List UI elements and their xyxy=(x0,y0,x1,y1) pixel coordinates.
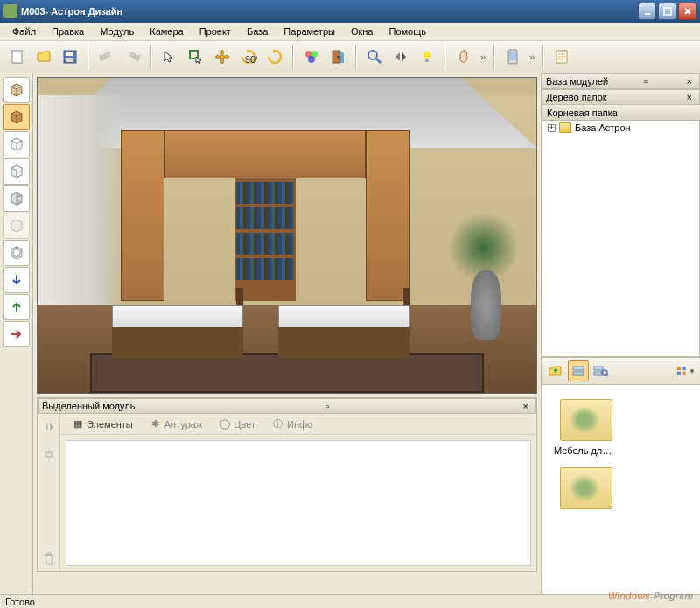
svg-rect-28 xyxy=(573,372,584,375)
svg-rect-1 xyxy=(664,8,671,15)
svg-text:90°: 90° xyxy=(245,54,257,65)
viewport-3d[interactable] xyxy=(37,77,537,394)
grid-icon: ▦ xyxy=(73,419,83,430)
svg-rect-6 xyxy=(66,52,74,56)
minimize-button[interactable] xyxy=(638,3,656,20)
module-tabs: ▦Элементы ✱Антураж ◯Цвет ⓘИнфо xyxy=(60,414,536,435)
tree-view[interactable]: + База Астрон xyxy=(542,121,700,357)
tab-elements[interactable]: ▦Элементы xyxy=(64,416,142,433)
svg-rect-34 xyxy=(682,367,686,370)
rotate-button[interactable] xyxy=(262,45,287,69)
menu-help[interactable]: Помощь xyxy=(382,24,433,38)
select-box-button[interactable] xyxy=(184,45,208,69)
move-button[interactable] xyxy=(210,45,234,69)
svg-rect-20 xyxy=(509,52,516,60)
menu-file[interactable]: Файл xyxy=(5,24,43,38)
view-server-button[interactable] xyxy=(568,360,589,381)
menu-base[interactable]: База xyxy=(240,24,275,38)
light-button[interactable] xyxy=(415,45,439,69)
redo-button[interactable] xyxy=(121,45,145,69)
search-server-button[interactable] xyxy=(591,360,612,381)
svg-line-32 xyxy=(606,374,608,376)
up-folder-button[interactable] xyxy=(545,360,566,381)
thumb-item[interactable]: Мебель для д... xyxy=(552,395,617,457)
tree-expand-icon[interactable]: + xyxy=(548,124,556,132)
svg-point-14 xyxy=(337,56,339,58)
window-title: М003- Астрон Дизайн xyxy=(21,6,638,17)
statusbar: Готово xyxy=(0,594,700,608)
arrow-up-button[interactable] xyxy=(4,294,30,320)
arrow-right-button[interactable] xyxy=(4,321,30,347)
tree-close-icon[interactable]: × xyxy=(683,92,696,102)
left-toolbar xyxy=(0,73,33,594)
module-dock-icon[interactable]: ▫ xyxy=(322,401,332,411)
view-solid-button[interactable] xyxy=(4,104,30,130)
menu-windows[interactable]: Окна xyxy=(344,24,381,38)
save-button[interactable] xyxy=(58,45,82,69)
thumb-item[interactable] xyxy=(552,464,617,514)
module-close-icon[interactable]: × xyxy=(520,401,532,411)
view-hollow-button[interactable] xyxy=(4,240,30,266)
svg-point-17 xyxy=(424,52,430,59)
tree-item[interactable]: + База Астрон xyxy=(542,121,699,135)
trash-icon[interactable] xyxy=(41,550,57,566)
pan-button[interactable] xyxy=(452,45,476,69)
tree-item-label: База Астрон xyxy=(575,122,631,133)
info-icon: ⓘ xyxy=(273,419,284,430)
new-button[interactable] xyxy=(5,45,30,69)
svg-rect-7 xyxy=(66,58,74,62)
thumb-label: Мебель для д... xyxy=(552,444,617,457)
toolbar-expand-2[interactable]: » xyxy=(527,52,537,62)
menu-module[interactable]: Модуль xyxy=(93,24,141,38)
door-button[interactable] xyxy=(326,45,350,69)
main-toolbar: 90° » » xyxy=(0,40,700,73)
right-dock-icon[interactable]: ▫ xyxy=(640,76,651,87)
toolbar-expand[interactable]: » xyxy=(478,52,488,62)
menu-project[interactable]: Проект xyxy=(192,24,238,38)
mirror-button[interactable] xyxy=(388,45,413,69)
view-open-button[interactable] xyxy=(4,158,30,185)
menu-camera[interactable]: Камера xyxy=(143,24,190,38)
maximize-button[interactable] xyxy=(658,3,676,20)
zoom-button[interactable] xyxy=(362,45,387,69)
right-panel-title: База модулей xyxy=(546,76,608,87)
menubar: Файл Правка Модуль Камера Проект База Па… xyxy=(0,23,700,40)
svg-line-16 xyxy=(376,59,381,63)
phone-button[interactable] xyxy=(500,45,525,69)
star-icon: ✱ xyxy=(150,419,161,430)
tree-root-label: Корневая папка xyxy=(547,108,618,118)
arrow-down-button[interactable] xyxy=(4,267,30,293)
view-mode-button[interactable]: ▼ xyxy=(676,360,696,381)
tree-panel-title: Дерево папок xyxy=(546,92,607,102)
colors-button[interactable] xyxy=(299,45,324,69)
open-button[interactable] xyxy=(32,45,56,69)
rotate90-button[interactable]: 90° xyxy=(236,45,261,69)
tab-entourage[interactable]: ✱Антураж xyxy=(142,416,212,433)
module-tab-content xyxy=(66,440,531,566)
menu-edit[interactable]: Правка xyxy=(45,24,91,38)
module-panel-title: Выделенный модуль xyxy=(42,401,135,411)
report-button[interactable] xyxy=(550,45,574,69)
svg-point-15 xyxy=(368,51,377,59)
menu-params[interactable]: Параметры xyxy=(276,24,342,38)
mirror-icon[interactable] xyxy=(41,419,57,435)
slider-icon[interactable] xyxy=(41,447,57,463)
view-wireframe-button[interactable] xyxy=(4,131,30,157)
view-transparent-button[interactable] xyxy=(4,213,30,239)
view-side-button[interactable] xyxy=(4,185,30,212)
right-close-icon[interactable]: × xyxy=(683,76,696,87)
thumb-label xyxy=(552,513,617,514)
close-button[interactable] xyxy=(678,3,696,20)
svg-rect-36 xyxy=(682,372,686,375)
circle-icon: ◯ xyxy=(220,419,230,430)
undo-button[interactable] xyxy=(94,45,119,69)
tab-color[interactable]: ◯Цвет xyxy=(211,416,264,433)
view-perspective-button[interactable] xyxy=(4,77,30,103)
svg-rect-35 xyxy=(677,372,681,375)
tab-info[interactable]: ⓘИнфо xyxy=(264,416,321,433)
svg-point-12 xyxy=(308,56,315,63)
select-button[interactable] xyxy=(158,45,182,69)
svg-rect-29 xyxy=(594,367,603,370)
titlebar: М003- Астрон Дизайн xyxy=(0,0,700,23)
svg-rect-33 xyxy=(677,367,681,370)
